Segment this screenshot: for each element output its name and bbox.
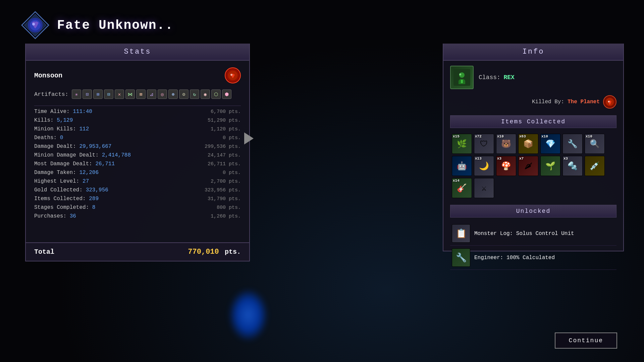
player-row: Monsoon xyxy=(34,67,241,83)
stat-label: Damage Dealt: 29,953,667 xyxy=(34,143,111,149)
info-content: Class: REX Killed By: The Planet Items C… xyxy=(443,61,623,275)
artifact-icon: ⚙ xyxy=(179,89,189,99)
unlocked-item: 📋Monster Log: Solus Control Unit xyxy=(450,222,616,246)
item-slot: x72🛡 xyxy=(474,134,494,154)
stat-points: 2,700 pts. xyxy=(211,179,241,184)
stat-points: 299,536 pts. xyxy=(205,144,241,149)
stat-points: 26,711 pts. xyxy=(208,161,241,167)
stat-points: 24,147 pts. xyxy=(208,153,241,158)
stat-label: Highest Level: 27 xyxy=(34,178,89,184)
svg-point-9 xyxy=(459,73,461,75)
stat-points: 31,790 pts. xyxy=(208,196,241,202)
svg-rect-10 xyxy=(461,80,463,83)
stat-points: 51,290 pts. xyxy=(208,118,241,123)
artifacts-row: Artifacts: ✳⊡⊞⊟✕⋈⊠⊿◎⊛⚙↻◉⬡⬢ xyxy=(34,89,241,99)
artifact-icon: ⊞ xyxy=(93,89,103,99)
killed-by-row: Killed By: The Planet xyxy=(450,95,616,109)
header: Fate Unknown.. xyxy=(20,10,173,40)
item-slot: 🔧 xyxy=(562,134,583,154)
item-count: x10 xyxy=(497,134,504,138)
unlocked-items: 📋Monster Log: Solus Control Unit🔧Enginee… xyxy=(450,222,616,270)
stat-row: Highest Level: 272,700 pts. xyxy=(34,178,241,184)
stat-points: 1,120 pts. xyxy=(211,126,241,132)
artifacts-label: Artifacts: xyxy=(34,91,68,98)
stat-points: 0 pts. xyxy=(223,135,241,141)
stat-label: Items Collected: 289 xyxy=(34,196,99,202)
item-slot: 🌱 xyxy=(540,156,560,176)
unlocked-item-icon: 📋 xyxy=(452,224,470,243)
stats-panel: Stats Monsoon Artifacts: ✳⊡⊞⊟✕⋈⊠⊿◎⊛⚙↻◉⬡⬢… xyxy=(25,44,250,261)
info-panel-header: Info xyxy=(443,44,623,61)
stat-label: Most Damage Dealt: 26,711 xyxy=(34,161,115,167)
item-slot: 💉 xyxy=(585,156,605,176)
item-slot: x63📦 xyxy=(518,134,538,154)
stat-row: Damage Dealt: 29,953,667299,536 pts. xyxy=(34,143,241,149)
svg-point-6 xyxy=(230,74,232,76)
logo-icon xyxy=(20,10,50,40)
item-slot: x10🔍 xyxy=(585,134,605,154)
stat-points: 6,700 pts. xyxy=(211,109,241,115)
item-icon: 💉 xyxy=(585,156,605,176)
item-count: x14 xyxy=(453,179,460,183)
item-count: x72 xyxy=(475,134,482,138)
unlocked-header: Unlocked xyxy=(450,205,616,218)
stats-title: Stats xyxy=(124,48,151,56)
stat-label: Stages Completed: 8 xyxy=(34,204,95,210)
item-count: x3 xyxy=(497,157,501,161)
total-value: 770,010 pts. xyxy=(188,248,241,256)
artifact-icon: ⊡ xyxy=(83,89,92,99)
item-count: x10 xyxy=(586,134,592,138)
class-label: Class: xyxy=(479,74,500,81)
unlocked-label: Unlocked xyxy=(516,208,550,215)
stat-row: Damage Taken: 12,2060 pts. xyxy=(34,170,241,176)
item-count: x3 xyxy=(564,157,568,161)
artifact-icon: ⊿ xyxy=(147,89,156,99)
killed-by-value: The Planet xyxy=(568,99,600,105)
item-slot: ⚔ xyxy=(474,178,494,198)
stats-content: Monsoon Artifacts: ✳⊡⊞⊟✕⋈⊠⊿◎⊛⚙↻◉⬡⬢ Time … xyxy=(26,61,249,229)
item-slot: 🤖 xyxy=(452,156,472,176)
stat-label: Purchases: 36 xyxy=(34,213,76,219)
item-slot: x15🌿 xyxy=(452,134,472,154)
stat-row: Minion Kills: 1121,120 pts. xyxy=(34,126,241,132)
stat-points: 800 pts. xyxy=(217,205,241,210)
item-icon: ⚔ xyxy=(474,178,494,198)
artifacts-icons: ✳⊡⊞⊟✕⋈⊠⊿◎⊛⚙↻◉⬡⬢ xyxy=(72,89,231,99)
stat-label: Time Alive: 111:40 xyxy=(34,109,92,115)
stat-row: Most Damage Dealt: 26,71126,711 pts. xyxy=(34,161,241,167)
item-slot: x13🌙 xyxy=(474,156,494,176)
item-slot: x10💎 xyxy=(540,134,560,154)
artifact-icon: ⋈ xyxy=(125,89,135,99)
stat-label: Damage Taken: 12,206 xyxy=(34,170,99,176)
item-icon: 🔧 xyxy=(562,134,583,154)
unlocked-item-text: Engineer: 100% Calculated xyxy=(474,255,555,261)
item-slot: x14🎸 xyxy=(452,178,472,198)
stat-label: Kills: 5,129 xyxy=(34,117,73,123)
class-info: Class: REX xyxy=(479,74,616,81)
stat-row: Gold Collected: 323,956323,956 pts. xyxy=(34,187,241,193)
item-count: x7 xyxy=(519,157,524,161)
stat-points: 0 pts. xyxy=(223,170,241,176)
continue-button[interactable]: Continue xyxy=(555,333,617,349)
stat-row: Stages Completed: 8800 pts. xyxy=(34,204,241,210)
stat-row: Minion Damage Dealt: 2,414,78824,147 pts… xyxy=(34,152,241,158)
stat-label: Deaths: 0 xyxy=(34,135,63,141)
item-count: x63 xyxy=(519,134,526,138)
item-icon: 🤖 xyxy=(452,156,472,176)
killed-by-icon xyxy=(603,95,616,109)
artifact-icon: ⬡ xyxy=(211,89,221,99)
items-grid: x15🌿x72🛡x10🐻x63📦x10💎🔧x10🔍🤖x13🌙x3🍄x7🌶🌱x3🔩… xyxy=(450,132,616,200)
artifact-icon: ⊛ xyxy=(168,89,178,99)
artifact-icon: ⬢ xyxy=(222,89,231,99)
player-icon xyxy=(225,67,241,83)
stat-points: 1,260 pts. xyxy=(211,214,241,219)
item-count: x13 xyxy=(475,157,482,161)
item-count: x15 xyxy=(453,134,460,138)
class-row: Class: REX xyxy=(450,66,616,89)
stats-divider xyxy=(34,106,241,106)
arrow-indicator xyxy=(244,132,254,144)
stat-label: Minion Kills: 112 xyxy=(34,126,89,132)
info-panel: Info Class: REX Killed By: The Planet xyxy=(443,44,624,251)
player-name: Monsoon xyxy=(34,72,62,79)
artifact-icon: ⊠ xyxy=(136,89,146,99)
